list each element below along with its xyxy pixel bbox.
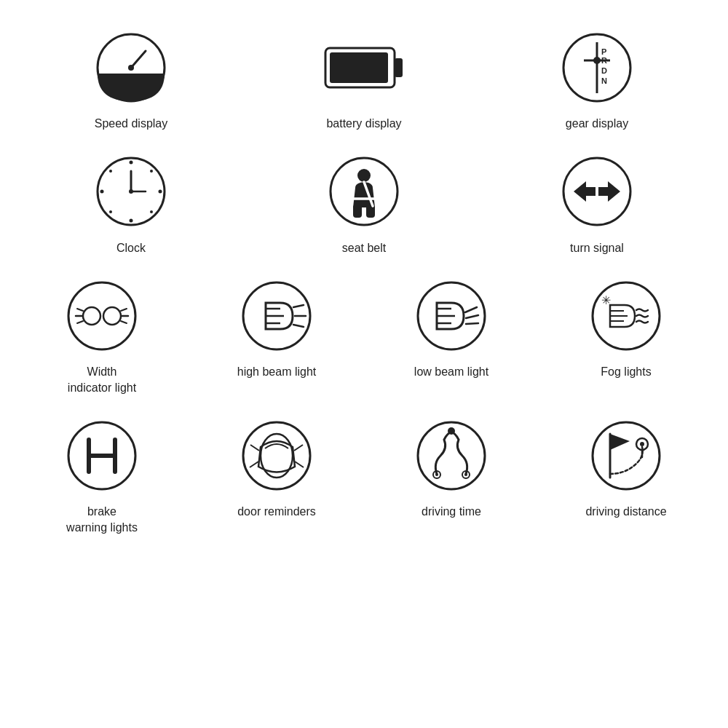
speed-display-label: Speed display <box>95 116 168 132</box>
low-beam-icon <box>414 277 490 354</box>
svg-point-79 <box>593 422 660 489</box>
fog-lights-cell: ✳ Fog lights <box>539 263 713 403</box>
svg-rect-5 <box>330 52 388 83</box>
door-reminders-cell: door reminders <box>189 403 364 542</box>
gear-display-cell: P R D N gear display <box>480 15 713 139</box>
svg-line-71 <box>250 462 258 467</box>
svg-text:P: P <box>601 47 606 56</box>
svg-text:✳: ✳ <box>601 294 611 306</box>
speed-display-cell: Speed display <box>15 15 248 139</box>
svg-point-19 <box>109 170 112 173</box>
svg-line-57 <box>466 323 478 324</box>
gear-display-label: gear display <box>566 116 628 132</box>
svg-marker-33 <box>574 181 596 202</box>
svg-line-48 <box>293 305 304 307</box>
svg-line-55 <box>465 307 477 312</box>
fog-lights-icon: ✳ <box>588 277 665 354</box>
driving-time-icon <box>414 417 490 494</box>
svg-point-82 <box>640 442 644 446</box>
high-beam-icon <box>239 277 315 354</box>
svg-line-40 <box>77 321 83 323</box>
svg-point-16 <box>130 219 133 223</box>
width-indicator-cell: Widthindicator light <box>15 263 189 403</box>
svg-marker-34 <box>598 181 620 202</box>
turn-signal-icon <box>559 154 636 230</box>
svg-point-21 <box>109 210 112 213</box>
svg-rect-28 <box>353 205 362 218</box>
svg-rect-4 <box>395 58 403 77</box>
width-indicator-icon <box>64 277 141 354</box>
svg-point-13 <box>593 57 601 64</box>
svg-point-32 <box>563 158 630 225</box>
brake-warning-cell: brakewarning lights <box>15 403 189 542</box>
svg-line-70 <box>294 445 303 451</box>
svg-line-42 <box>121 309 127 311</box>
svg-point-25 <box>129 189 133 194</box>
svg-point-67 <box>243 422 310 489</box>
brake-warning-icon <box>64 417 141 494</box>
driving-time-cell: driving time <box>364 403 539 542</box>
driving-distance-label: driving distance <box>585 504 666 520</box>
seat-belt-cell: seat belt <box>248 139 480 264</box>
driving-time-label: driving time <box>422 504 481 520</box>
clock-cell: Clock <box>15 139 248 264</box>
low-beam-cell: low beam light <box>364 263 539 403</box>
svg-line-50 <box>293 325 304 327</box>
battery-display-icon <box>326 29 403 106</box>
gear-display-icon: P R D N <box>559 29 636 106</box>
svg-point-37 <box>103 307 121 325</box>
svg-point-20 <box>150 170 153 173</box>
svg-point-27 <box>357 169 371 182</box>
driving-distance-icon <box>588 417 665 494</box>
svg-point-2 <box>128 65 134 71</box>
door-reminders-label: door reminders <box>237 504 316 520</box>
low-beam-label: low beam light <box>414 364 488 380</box>
width-indicator-label: Widthindicator light <box>68 364 136 395</box>
svg-text:D: D <box>601 66 607 75</box>
turn-signal-label: turn signal <box>570 240 624 256</box>
svg-point-22 <box>150 210 153 213</box>
battery-display-label: battery display <box>326 116 401 132</box>
high-beam-label: high beam light <box>237 364 317 380</box>
svg-line-1 <box>131 51 146 68</box>
svg-line-56 <box>466 315 478 318</box>
seat-belt-label: seat belt <box>342 240 386 256</box>
turn-signal-cell: turn signal <box>480 139 713 264</box>
svg-line-39 <box>77 309 83 311</box>
clock-label: Clock <box>116 240 146 256</box>
svg-point-18 <box>159 190 162 194</box>
brake-warning-label: brakewarning lights <box>66 504 138 535</box>
svg-point-78 <box>464 473 467 476</box>
svg-point-36 <box>83 307 100 325</box>
svg-text:N: N <box>601 76 607 85</box>
svg-line-72 <box>295 462 304 467</box>
high-beam-cell: high beam light <box>189 263 364 403</box>
svg-point-15 <box>130 161 133 165</box>
svg-text:R: R <box>601 56 607 65</box>
seat-belt-icon <box>326 154 403 230</box>
door-reminders-icon <box>239 417 315 494</box>
driving-distance-cell: driving distance <box>539 403 713 542</box>
battery-display-cell: battery display <box>248 15 480 139</box>
svg-line-43 <box>121 321 127 323</box>
clock-icon <box>93 154 170 230</box>
svg-point-74 <box>448 427 455 435</box>
svg-point-76 <box>435 473 438 476</box>
speed-display-icon <box>93 29 170 106</box>
svg-line-69 <box>250 445 259 451</box>
fog-lights-label: Fog lights <box>601 364 651 380</box>
svg-point-17 <box>100 190 104 194</box>
